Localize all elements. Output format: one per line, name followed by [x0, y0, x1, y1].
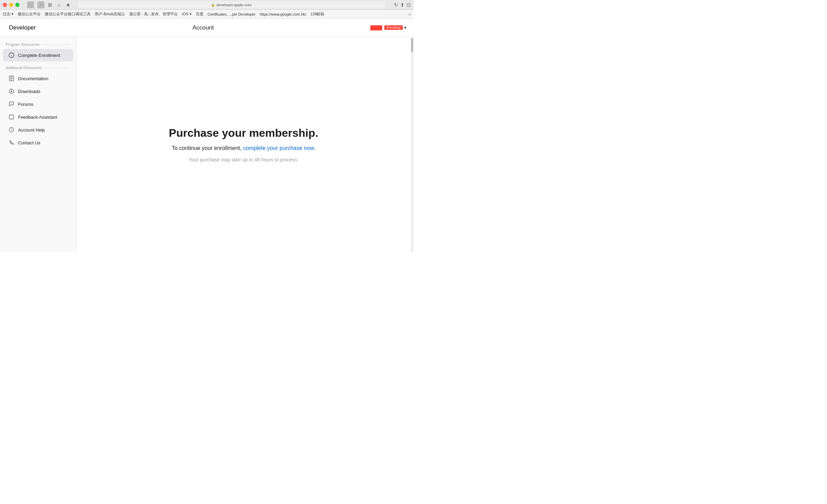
feedback-assistant-label: Feedback Assistant: [18, 115, 57, 120]
fullscreen-button[interactable]: [15, 3, 19, 7]
downloads-label: Downloads: [18, 89, 40, 94]
forums-icon: [8, 101, 15, 107]
url-text: developer.apple.com: [216, 3, 252, 7]
bookmark-mail[interactable]: 139邮箱: [310, 11, 324, 17]
bookmark-wechat-api[interactable]: 微信公众平台接口调试工具: [45, 11, 91, 17]
sidebar-item-contact-us[interactable]: Contact Us: [3, 136, 73, 149]
main-content: Purchase your membership. To continue yo…: [76, 37, 411, 252]
documentation-label: Documentation: [18, 76, 48, 81]
bookmark-pgyer[interactable]: 蒲公英 - 高...发布、管理平台: [129, 11, 178, 17]
address-bar[interactable]: 🔒 developer.apple.com: [78, 1, 385, 8]
browser-chrome: ‹ › ⊞ ⌂ ★ 🔒 developer.apple.com ↻ ⬆ ⊡: [0, 0, 414, 10]
scrollbar-thumb[interactable]: [411, 38, 413, 52]
additional-resources-label: Additional Resources: [0, 66, 76, 72]
back-button[interactable]: ‹: [27, 1, 34, 8]
main-layout: Program Resources i Complete Enrollment …: [0, 37, 414, 252]
sidebar-item-account-help[interactable]: ? Account Help: [3, 124, 73, 136]
account-help-icon: ?: [8, 127, 15, 133]
info-circle-icon: i: [8, 52, 15, 58]
lock-icon: 🔒: [211, 3, 215, 7]
bookmark-button[interactable]: ★: [65, 1, 72, 8]
bookmarks-bar: 过去 ▾ 微信公众平台 微信公众平台接口调试工具 用户-Bmob后端云 蒲公英 …: [0, 10, 414, 19]
main-subtitle: To continue your enrollment, complete yo…: [172, 145, 316, 151]
account-help-label: Account Help: [18, 127, 45, 133]
page-title: Account: [36, 24, 370, 31]
account-chevron-icon: ▾: [404, 25, 407, 30]
user-label: ████: [370, 25, 382, 30]
pending-badge: (Pending): [384, 25, 403, 30]
sidebar-item-documentation[interactable]: Documentation: [3, 72, 73, 85]
sidebar-item-forums[interactable]: Forums: [3, 98, 73, 110]
forward-button[interactable]: ›: [37, 1, 44, 8]
close-button[interactable]: [3, 3, 7, 7]
home-button[interactable]: ⌂: [56, 1, 62, 8]
sidebar-item-complete-enrollment[interactable]: i Complete Enrollment: [3, 49, 73, 61]
bookmark-guoqu[interactable]: 过去 ▾: [3, 11, 14, 17]
minimize-button[interactable]: [9, 3, 13, 7]
user-account-button[interactable]: ████ (Pending) ▾: [370, 25, 407, 30]
contact-us-icon: [8, 140, 15, 146]
bookmark-ios[interactable]: iOS ▾: [182, 12, 191, 16]
bookmark-baidu[interactable]: 百度: [196, 11, 203, 17]
subtitle-prefix: To continue your enrollment,: [172, 145, 242, 151]
svg-text:?: ?: [10, 128, 12, 132]
main-heading: Purchase your membership.: [169, 127, 318, 140]
sidebar: Program Resources i Complete Enrollment …: [0, 37, 76, 252]
complete-enrollment-label: Complete Enrollment: [18, 53, 60, 58]
sidebar-item-downloads[interactable]: Downloads: [3, 85, 73, 98]
sidebar-item-feedback-assistant[interactable]: Feedback Assistant: [3, 111, 73, 123]
sidebar-toggle-button[interactable]: ⊞: [47, 1, 53, 8]
program-resources-label: Program Resources: [0, 42, 76, 49]
processing-note: Your purchase may take up to 48 hours to…: [189, 157, 298, 162]
documentation-icon: [8, 75, 15, 82]
purchase-link[interactable]: complete your purchase now: [243, 145, 314, 151]
site-header: Developer Account ████ (Pending) ▾: [0, 19, 414, 37]
svg-text:i: i: [11, 54, 12, 57]
feedback-assistant-icon: [8, 114, 15, 120]
share-button[interactable]: ⬆: [400, 2, 404, 8]
bookmark-bmob[interactable]: 用户-Bmob后端云: [95, 11, 125, 17]
svg-rect-8: [9, 115, 14, 119]
bookmark-certificates[interactable]: Certificates, ...ple Developer: [208, 12, 256, 16]
bookmark-google[interactable]: https://www.google.com.hk/: [260, 12, 306, 16]
developer-label: Developer: [9, 24, 36, 31]
bookmarks-overflow[interactable]: »: [409, 12, 411, 16]
contact-us-label: Contact Us: [18, 140, 40, 145]
forums-label: Forums: [18, 102, 33, 107]
subtitle-suffix: .: [314, 145, 315, 151]
reload-button[interactable]: ↻: [394, 2, 398, 8]
bookmark-wechat[interactable]: 微信公众平台: [18, 11, 41, 17]
expand-button[interactable]: ⊡: [407, 2, 411, 8]
downloads-icon: [8, 88, 15, 94]
scrollbar-track[interactable]: [411, 37, 414, 252]
